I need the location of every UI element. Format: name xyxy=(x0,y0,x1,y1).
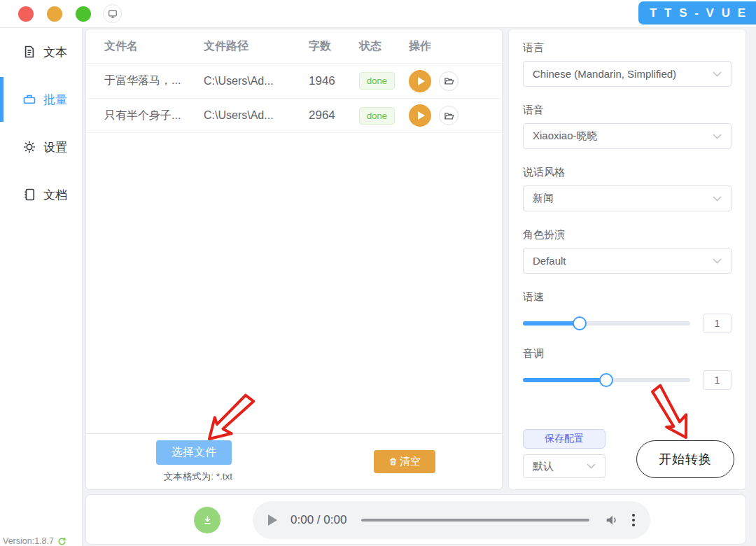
table-body: 于富华落马，...C:\Users\Ad...1946done只有半个身子...… xyxy=(86,63,502,133)
app-window: T T S - V U E 文本批量设置文档 Version:1.8.7 文件名… xyxy=(0,0,756,546)
sidebar-item-0[interactable]: 文本 xyxy=(0,28,82,76)
audio-player-panel: 0:00 / 0:00 xyxy=(85,494,746,545)
speed-slider-handle[interactable] xyxy=(573,316,587,330)
pitch-slider-handle[interactable] xyxy=(599,373,613,387)
volume-icon[interactable] xyxy=(604,512,620,528)
preset-value: 默认 xyxy=(533,460,554,473)
play-icon xyxy=(418,77,425,85)
play-icon[interactable] xyxy=(268,514,277,526)
role-play-select[interactable]: Default xyxy=(523,248,732,274)
chevron-down-icon xyxy=(713,196,722,202)
save-config-button[interactable]: 保存配置 xyxy=(523,429,606,449)
start-convert-button[interactable]: 开始转换 xyxy=(636,440,734,478)
chevron-down-icon xyxy=(713,258,722,264)
file-path-cell: C:\Users\Ad... xyxy=(204,109,309,122)
language-select[interactable]: Chinese (Mandarin, Simplified) xyxy=(523,61,732,87)
sidebar-item-label: 文本 xyxy=(43,44,67,60)
speed-value-box[interactable]: 1 xyxy=(703,314,732,333)
sidebar-item-label: 批量 xyxy=(43,92,67,108)
titlebar: T T S - V U E xyxy=(0,0,756,28)
document-icon xyxy=(22,45,36,59)
file-name-cell: 只有半个身子... xyxy=(104,108,204,123)
pitch-value-box[interactable]: 1 xyxy=(703,370,732,390)
close-window-button[interactable] xyxy=(18,6,34,22)
docs-icon xyxy=(22,188,36,202)
word-count-cell: 1946 xyxy=(309,74,359,88)
folder-icon xyxy=(444,111,454,121)
speed-slider[interactable] xyxy=(523,321,690,326)
speaking-style-label: 说话风格 xyxy=(523,166,732,179)
monitor-button[interactable] xyxy=(103,4,122,23)
play-icon xyxy=(418,111,425,120)
word-count-cell: 2964 xyxy=(309,108,359,122)
seek-bar[interactable] xyxy=(361,519,589,522)
refresh-icon[interactable] xyxy=(57,537,66,546)
batch-icon xyxy=(22,92,36,106)
voice-label: 语音 xyxy=(523,104,732,117)
voice-value: Xiaoxiao-晓晓 xyxy=(533,130,598,143)
clear-list-button[interactable]: 清空 xyxy=(374,450,435,473)
batch-file-panel: 文件名文件路径字数状态操作 于富华落马，...C:\Users\Ad...194… xyxy=(85,29,503,490)
file-name-cell: 于富华落马，... xyxy=(104,74,204,88)
download-icon xyxy=(202,514,214,526)
open-folder-button[interactable] xyxy=(439,106,458,125)
pitch-slider-fill xyxy=(523,378,606,382)
sidebar-item-label: 文档 xyxy=(43,187,67,203)
version-label: Version:1.8.7 xyxy=(3,536,54,546)
pitch-label: 音调 xyxy=(523,347,732,360)
sidebar-item-3[interactable]: 文档 xyxy=(0,171,82,218)
table-row: 于富华落马，...C:\Users\Ad...1946done xyxy=(86,63,502,98)
sidebar-item-1[interactable]: 批量 xyxy=(0,76,82,123)
sidebar: 文本批量设置文档 Version:1.8.7 xyxy=(0,28,83,546)
more-options-icon[interactable] xyxy=(632,514,635,526)
column-header: 文件名 xyxy=(104,39,204,54)
select-file-button[interactable]: 选择文件 xyxy=(156,440,232,465)
preset-column: 保存配置 默认 xyxy=(523,429,606,478)
operations-cell xyxy=(409,104,502,127)
status-badge: done xyxy=(359,72,395,90)
chevron-down-icon xyxy=(587,463,596,469)
table-footer: 选择文件 文本格式为: *.txt 清空 xyxy=(86,433,502,489)
voice-select[interactable]: Xiaoxiao-晓晓 xyxy=(523,123,732,149)
play-file-button[interactable] xyxy=(409,70,431,92)
table-row: 只有半个身子...C:\Users\Ad...2964done xyxy=(86,98,502,133)
gear-icon xyxy=(22,140,36,154)
sidebar-nav: 文本批量设置文档 xyxy=(0,28,82,218)
role-play-value: Default xyxy=(533,255,566,267)
tts-config-panel: 语言 Chinese (Mandarin, Simplified) 语音 Xia… xyxy=(508,29,746,490)
role-play-label: 角色扮演 xyxy=(523,228,732,241)
audio-player: 0:00 / 0:00 xyxy=(253,501,650,539)
status-cell: done xyxy=(359,72,409,90)
playback-time: 0:00 / 0:00 xyxy=(290,513,346,527)
chevron-down-icon xyxy=(713,134,722,139)
chevron-down-icon xyxy=(713,71,722,77)
file-path-cell: C:\Users\Ad... xyxy=(204,75,309,88)
speed-label: 语速 xyxy=(523,290,732,304)
sidebar-item-2[interactable]: 设置 xyxy=(0,123,82,171)
play-file-button[interactable] xyxy=(409,104,431,127)
table-header-row: 文件名文件路径字数状态操作 xyxy=(86,29,502,63)
speaking-style-select[interactable]: 新闻 xyxy=(523,186,732,211)
speaking-style-value: 新闻 xyxy=(533,192,554,205)
minimize-window-button[interactable] xyxy=(47,6,62,22)
open-folder-button[interactable] xyxy=(439,71,458,91)
version-row: Version:1.8.7 xyxy=(3,536,66,546)
column-header: 文件路径 xyxy=(204,39,309,54)
column-header: 字数 xyxy=(309,39,359,54)
file-format-hint: 文本格式为: *.txt xyxy=(156,470,240,483)
maximize-window-button[interactable] xyxy=(76,6,91,22)
trash-icon xyxy=(388,457,398,466)
app-logo: T T S - V U E xyxy=(638,1,756,24)
language-label: 语言 xyxy=(523,41,732,55)
folder-icon xyxy=(444,76,454,86)
speed-slider-fill xyxy=(523,321,580,326)
monitor-icon xyxy=(108,9,118,19)
clear-button-label: 清空 xyxy=(400,455,421,468)
window-controls xyxy=(18,6,91,22)
preset-select[interactable]: 默认 xyxy=(523,454,606,478)
column-header: 状态 xyxy=(359,39,409,54)
sidebar-item-label: 设置 xyxy=(43,139,67,155)
pitch-slider[interactable] xyxy=(523,378,690,382)
download-audio-button[interactable] xyxy=(194,507,220,533)
operations-cell xyxy=(409,70,502,92)
